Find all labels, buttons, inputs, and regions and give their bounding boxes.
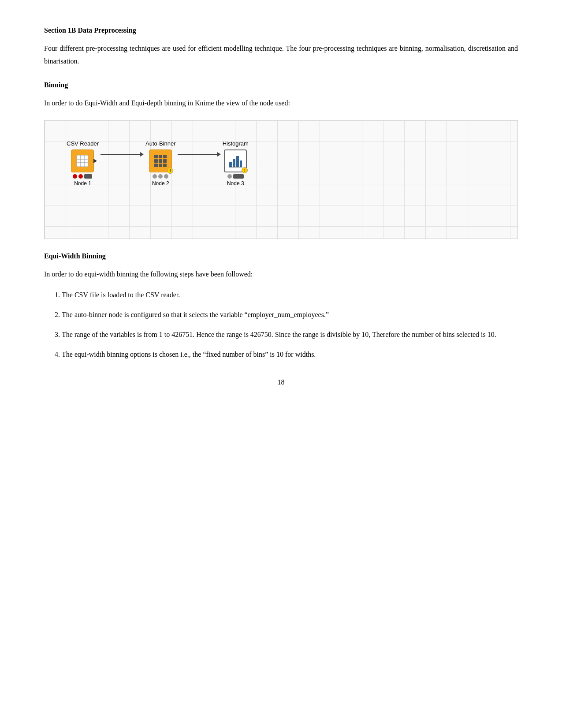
autobinner-icon-svg (153, 153, 168, 168)
svg-rect-8 (154, 159, 158, 163)
status-bar (84, 174, 92, 179)
step-1-text: The CSV file is loaded to the CSV reader… (62, 291, 180, 299)
svg-rect-5 (154, 155, 158, 158)
nodes-row: CSV Reader (67, 140, 249, 187)
knime-diagram: CSV Reader (44, 120, 518, 239)
svg-rect-17 (240, 161, 242, 167)
status-dot-2 (78, 174, 83, 179)
csv-icon-svg (75, 153, 90, 168)
histogram-dot-1 (227, 174, 232, 179)
svg-rect-0 (77, 155, 88, 167)
binning-intro: In order to do Equi-Width and Equi-depth… (44, 97, 518, 110)
histogram-icon: ! (224, 149, 247, 172)
node-histogram: Histogram ! Nod (223, 140, 249, 187)
csv-status (73, 174, 92, 179)
binning-title: Binning (44, 81, 518, 89)
section-title: Section 1B Data Preprocessing (44, 26, 518, 34)
step-3: The range of the variables is from 1 to … (62, 329, 518, 341)
svg-rect-15 (233, 159, 235, 167)
step-3-text: The range of the variables is from 1 to … (62, 331, 496, 338)
csv-output-port (93, 159, 97, 163)
step-4: The equi-width binning options is chosen… (62, 348, 518, 361)
svg-rect-16 (236, 156, 239, 167)
csv-reader-nodename: Node 1 (74, 180, 91, 187)
histogram-nodename: Node 3 (227, 180, 244, 187)
svg-rect-6 (159, 155, 162, 158)
step-2-text: The auto-binner node is configured so th… (62, 311, 329, 318)
conn-arrow-2 (217, 152, 221, 157)
svg-rect-10 (163, 159, 167, 163)
conn-line-1 (100, 154, 140, 155)
svg-rect-14 (229, 162, 232, 167)
auto-binner-nodename: Node 2 (152, 180, 169, 187)
auto-binner-label: Auto-Binner (145, 140, 176, 147)
csv-reader-icon (71, 149, 94, 172)
histogram-label: Histogram (223, 140, 249, 147)
svg-rect-11 (154, 164, 158, 167)
node-csv-reader: CSV Reader (67, 140, 99, 187)
step-2: The auto-binner node is configured so th… (62, 309, 518, 321)
auto-binner-icon: ! (149, 149, 172, 172)
conn-arrow-1 (140, 152, 144, 157)
autobinner-status (153, 174, 168, 179)
autobinner-dot-1 (153, 174, 157, 179)
step-1: The CSV file is loaded to the CSV reader… (62, 289, 518, 302)
connector-2 (178, 152, 221, 157)
page: Section 1B Data Preprocessing Four diffe… (0, 0, 562, 728)
node-auto-binner: Auto-Binner ! (145, 140, 176, 187)
equi-width-title: Equi-Width Binning (44, 252, 518, 260)
histogram-warning-badge: ! (242, 167, 248, 173)
svg-rect-9 (159, 159, 162, 163)
intro-paragraph: Four different pre-processing techniques… (44, 42, 518, 68)
page-number: 18 (44, 378, 518, 386)
conn-line-2 (178, 154, 217, 155)
histogram-status-bar (233, 174, 244, 179)
svg-rect-7 (163, 155, 167, 158)
steps-list: The CSV file is loaded to the CSV reader… (62, 289, 518, 361)
autobinner-dot-3 (164, 174, 168, 179)
connector-1 (100, 152, 144, 157)
warning-badge: ! (167, 168, 173, 174)
histogram-icon-svg (228, 153, 243, 168)
svg-rect-12 (159, 164, 162, 167)
csv-reader-label: CSV Reader (67, 140, 99, 147)
step-4-text: The equi-width binning options is chosen… (62, 351, 316, 358)
svg-rect-13 (163, 164, 167, 167)
histogram-status (227, 174, 244, 179)
autobinner-dot-2 (158, 174, 163, 179)
equi-width-intro: In order to do equi-width binning the fo… (44, 268, 518, 281)
status-dot-1 (73, 174, 77, 179)
